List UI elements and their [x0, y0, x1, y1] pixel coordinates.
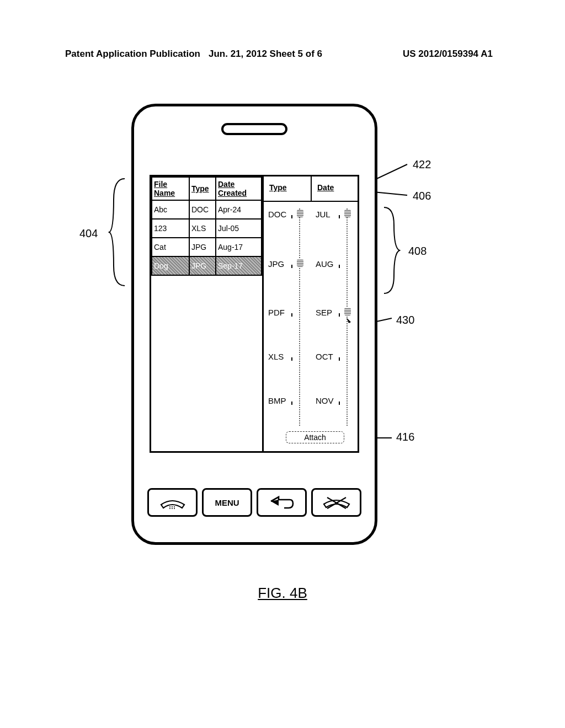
file-table: File Name Type Date Created Abc DOC Apr-…: [151, 176, 262, 276]
date-option[interactable]: SEP: [316, 308, 332, 317]
header-publication: Patent Application Publication: [65, 49, 200, 60]
spinner-headers: Type Date: [264, 176, 358, 202]
type-scrollbar[interactable]: [299, 208, 300, 426]
brace-404: [108, 178, 127, 287]
header-pubnum: US 2012/0159394 A1: [403, 49, 493, 60]
type-option[interactable]: DOC: [268, 210, 286, 219]
figure-label: FIG. 4B: [0, 585, 565, 602]
type-option[interactable]: BMP: [268, 396, 286, 405]
hangup-icon: [322, 494, 351, 511]
date-option[interactable]: AUG: [316, 259, 334, 269]
col-file-name[interactable]: File Name: [152, 177, 189, 200]
device-nav-buttons: MENU: [147, 488, 361, 517]
svg-point-6: [174, 506, 174, 507]
type-thumb-upper[interactable]: [297, 210, 303, 217]
type-option[interactable]: PDF: [268, 308, 285, 317]
ref-406: 406: [413, 190, 431, 202]
menu-button[interactable]: MENU: [202, 488, 252, 517]
header-date-sheet: Jun. 21, 2012 Sheet 5 of 6: [209, 49, 322, 60]
date-thumb[interactable]: [344, 308, 351, 315]
ref-422: 422: [413, 158, 431, 171]
type-thumb[interactable]: [297, 259, 303, 267]
spinner-type[interactable]: DOC JPG PDF XLS BMP: [265, 202, 310, 433]
spinner-date-header: Date: [311, 176, 358, 201]
spinner-panel: Type Date DOC JPG PDF XLS BMP: [264, 176, 358, 451]
table-row[interactable]: Abc DOC Apr-24: [152, 200, 262, 219]
svg-point-9: [174, 508, 174, 508]
date-thumb-upper[interactable]: [344, 210, 351, 217]
ref-408: 408: [408, 245, 427, 258]
date-option[interactable]: NOV: [316, 396, 334, 405]
end-call-button[interactable]: [311, 488, 361, 517]
spinner-date[interactable]: JUL AUG SEP OCT NOV: [312, 202, 358, 433]
ref-404: 404: [79, 227, 98, 240]
col-type[interactable]: Type: [189, 177, 216, 200]
menu-label: MENU: [215, 498, 239, 507]
date-option[interactable]: OCT: [316, 352, 333, 361]
type-option[interactable]: XLS: [268, 352, 284, 361]
svg-point-4: [169, 506, 170, 507]
svg-point-5: [172, 506, 172, 507]
brace-408: [382, 206, 401, 295]
back-icon: [268, 495, 296, 510]
file-list-panel: File Name Type Date Created Abc DOC Apr-…: [151, 176, 264, 451]
call-button[interactable]: [147, 488, 198, 517]
pointer-icon: [345, 317, 353, 324]
device-screen: File Name Type Date Created Abc DOC Apr-…: [150, 175, 359, 453]
col-date-created[interactable]: Date Created: [216, 177, 262, 200]
svg-point-8: [172, 508, 172, 508]
svg-point-7: [169, 508, 170, 508]
table-row-selected[interactable]: Dog JPG Sep-17: [152, 256, 262, 275]
phone-icon: [159, 495, 186, 510]
table-row[interactable]: Cat JPG Aug-17: [152, 238, 262, 256]
type-option[interactable]: JPG: [268, 259, 284, 269]
earpiece: [221, 123, 287, 135]
attach-button[interactable]: Attach: [286, 431, 344, 443]
mobile-device: File Name Type Date Created Abc DOC Apr-…: [131, 104, 377, 545]
spinner-type-header: Type: [264, 176, 311, 201]
ref-430: 430: [396, 314, 414, 326]
date-option[interactable]: JUL: [316, 210, 331, 219]
table-row[interactable]: 123 XLS Jul-05: [152, 219, 262, 238]
ref-416: 416: [396, 431, 414, 443]
back-button[interactable]: [257, 488, 307, 517]
